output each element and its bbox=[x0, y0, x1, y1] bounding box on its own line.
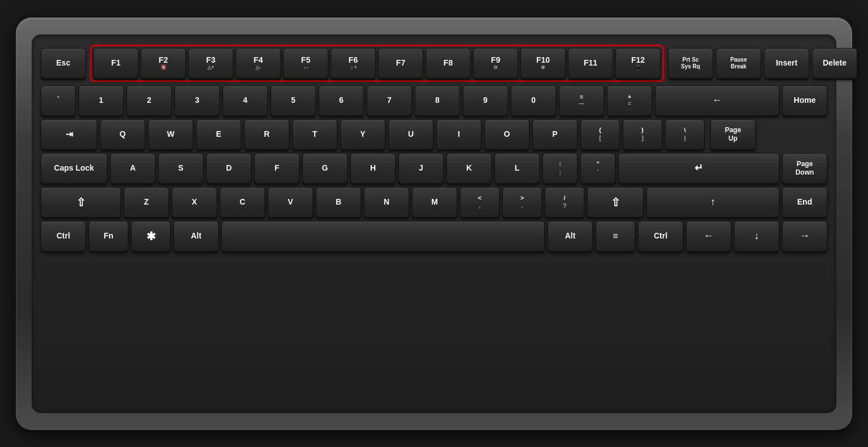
key-end[interactable]: End bbox=[782, 187, 827, 218]
key-9[interactable]: 9 bbox=[463, 85, 508, 116]
key-quote[interactable]: " ' bbox=[580, 153, 615, 184]
key-i[interactable]: I bbox=[436, 119, 481, 150]
key-insert[interactable]: Insert bbox=[764, 48, 809, 79]
key-e[interactable]: E bbox=[196, 119, 241, 150]
key-backslash[interactable]: \ | bbox=[665, 119, 705, 150]
key-down-arrow[interactable]: ↓ bbox=[734, 221, 779, 251]
key-4[interactable]: 4 bbox=[223, 85, 268, 116]
key-v[interactable]: V bbox=[268, 187, 313, 218]
key-p[interactable]: P bbox=[532, 119, 578, 150]
key-fn[interactable]: Fn bbox=[89, 221, 128, 251]
key-u[interactable]: U bbox=[388, 119, 433, 150]
key-up-arrow[interactable]: ↑ bbox=[646, 187, 779, 218]
qwerty-row: ⇥ Q W E R T Y U I O P { [ } ] \ | bbox=[41, 119, 827, 150]
key-n[interactable]: N bbox=[364, 187, 409, 218]
key-f12[interactable]: F12 📱 bbox=[615, 48, 661, 79]
key-w[interactable]: W bbox=[148, 119, 193, 150]
key-a[interactable]: A bbox=[110, 153, 155, 184]
key-0[interactable]: 0 bbox=[511, 85, 556, 116]
key-rctrl[interactable]: Ctrl bbox=[638, 221, 683, 251]
key-period[interactable]: > . bbox=[502, 187, 542, 218]
key-backspace[interactable]: ← bbox=[655, 85, 779, 116]
key-ralt[interactable]: Alt bbox=[548, 221, 593, 251]
key-comma[interactable]: < , bbox=[460, 187, 500, 218]
key-slash[interactable]: / ? bbox=[545, 187, 584, 218]
key-capslock[interactable]: Caps Lock bbox=[41, 153, 107, 184]
key-f11[interactable]: F11 bbox=[568, 48, 613, 79]
key-6[interactable]: 6 bbox=[319, 85, 364, 116]
key-z[interactable]: Z bbox=[124, 187, 169, 218]
key-f[interactable]: F bbox=[254, 153, 300, 184]
key-backtick[interactable]: ` bbox=[41, 85, 76, 116]
key-rbracket[interactable]: } ] bbox=[623, 119, 662, 150]
key-m[interactable]: M bbox=[412, 187, 457, 218]
number-row: ` 1 2 3 4 5 6 7 8 9 0 ≡ — + = ← Home bbox=[41, 85, 827, 116]
key-8[interactable]: 8 bbox=[415, 85, 460, 116]
key-j[interactable]: J bbox=[398, 153, 444, 184]
key-rshift[interactable]: ⇧ bbox=[587, 187, 644, 218]
key-lalt[interactable]: Alt bbox=[173, 221, 219, 251]
key-lctrl[interactable]: Ctrl bbox=[41, 221, 86, 251]
key-k[interactable]: K bbox=[446, 153, 492, 184]
key-b[interactable]: B bbox=[316, 187, 361, 218]
key-3[interactable]: 3 bbox=[175, 85, 220, 116]
keyboard-outer: Esc F1 F2 🔇 F3 △+ F4 △- bbox=[16, 18, 852, 430]
key-7[interactable]: 7 bbox=[367, 85, 412, 116]
key-win[interactable]: ✱ bbox=[131, 221, 171, 251]
key-enter[interactable]: ↵ bbox=[618, 153, 779, 184]
key-pause[interactable]: Pause Break bbox=[716, 48, 761, 79]
key-1[interactable]: 1 bbox=[79, 85, 124, 116]
key-tab[interactable]: ⇥ bbox=[41, 119, 97, 150]
key-f10[interactable]: F10 ⊕ bbox=[520, 48, 566, 79]
zxcv-row: ⇧ Z X C V B N M < , > . / ? ⇧ bbox=[41, 187, 827, 218]
key-c[interactable]: C bbox=[220, 187, 265, 218]
key-lshift[interactable]: ⇧ bbox=[41, 187, 121, 218]
key-space[interactable] bbox=[222, 221, 545, 251]
key-g[interactable]: G bbox=[302, 153, 348, 184]
key-left-arrow[interactable]: ← bbox=[686, 221, 731, 251]
key-q[interactable]: Q bbox=[100, 119, 145, 150]
key-f8[interactable]: F8 bbox=[426, 48, 471, 79]
key-prtsc[interactable]: Prt Sc Sys Rq bbox=[668, 48, 713, 79]
key-delete[interactable]: Delete bbox=[812, 48, 857, 79]
key-t[interactable]: T bbox=[292, 119, 337, 150]
bottom-row: Ctrl Fn ✱ Alt Alt ≡ Ctrl ← ↓ → bbox=[41, 221, 827, 251]
key-f4[interactable]: F4 △- bbox=[236, 48, 281, 79]
fkey-highlight-group: F1 F2 🔇 F3 △+ F4 △- F5 ☼- bbox=[90, 45, 664, 82]
key-5[interactable]: 5 bbox=[271, 85, 316, 116]
key-semicolon[interactable]: : ; bbox=[542, 153, 578, 184]
key-f7[interactable]: F7 bbox=[378, 48, 423, 79]
key-right-arrow[interactable]: → bbox=[782, 221, 827, 251]
key-r[interactable]: R bbox=[244, 119, 289, 150]
asdf-row: Caps Lock A S D F G H J K L : ; " ' ↵ Pa… bbox=[41, 153, 827, 184]
key-home[interactable]: Home bbox=[782, 85, 827, 116]
key-equals[interactable]: + = bbox=[607, 85, 652, 116]
key-f9[interactable]: F9 ⊖ bbox=[473, 48, 518, 79]
key-h[interactable]: H bbox=[350, 153, 396, 184]
key-s[interactable]: S bbox=[158, 153, 203, 184]
key-d[interactable]: D bbox=[206, 153, 251, 184]
key-x[interactable]: X bbox=[172, 187, 217, 218]
key-f3[interactable]: F3 △+ bbox=[188, 48, 233, 79]
keyboard-body: Esc F1 F2 🔇 F3 △+ F4 △- bbox=[32, 34, 836, 413]
key-esc[interactable]: Esc bbox=[41, 48, 86, 79]
key-f6[interactable]: F6 ☼+ bbox=[331, 48, 376, 79]
key-o[interactable]: O bbox=[484, 119, 530, 150]
key-pageup[interactable]: Page Up bbox=[710, 119, 756, 150]
key-pagedown[interactable]: Page Down bbox=[782, 153, 827, 184]
key-f1[interactable]: F1 bbox=[93, 48, 138, 79]
key-f5[interactable]: F5 ☼- bbox=[283, 48, 328, 79]
key-menu[interactable]: ≡ bbox=[596, 221, 635, 251]
key-dash[interactable]: ≡ — bbox=[559, 85, 604, 116]
function-key-row: Esc F1 F2 🔇 F3 △+ F4 △- bbox=[41, 45, 827, 82]
key-2[interactable]: 2 bbox=[127, 85, 172, 116]
key-y[interactable]: Y bbox=[340, 119, 385, 150]
key-f2[interactable]: F2 🔇 bbox=[141, 48, 186, 79]
key-lbracket[interactable]: { [ bbox=[580, 119, 620, 150]
key-l[interactable]: L bbox=[494, 153, 540, 184]
